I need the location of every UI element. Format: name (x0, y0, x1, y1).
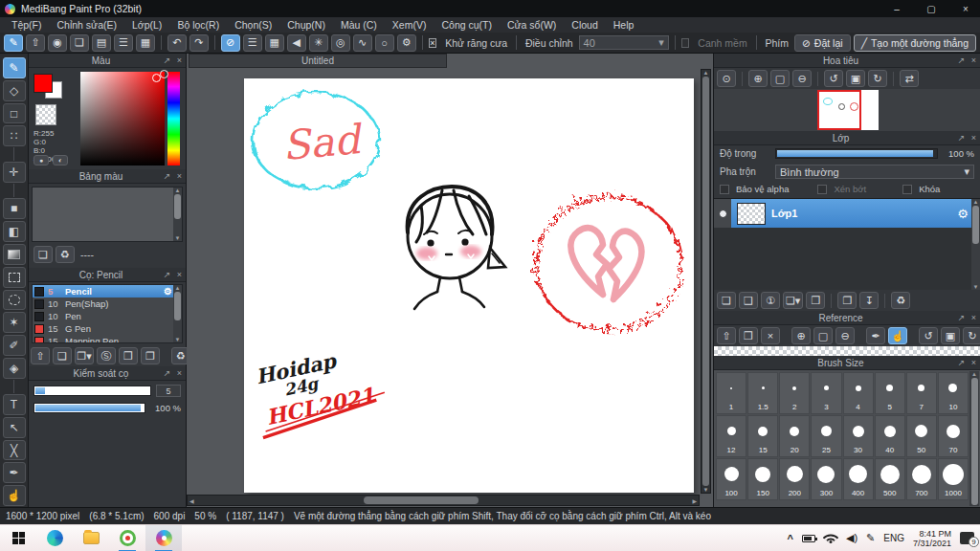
menu-item[interactable]: Chụp(N) (279, 17, 333, 33)
grid-edit-icon[interactable]: ▦ (136, 34, 155, 52)
clipping-checkbox[interactable] (817, 185, 827, 194)
snap-curve-icon[interactable]: ∿ (353, 34, 372, 52)
canvas-horizontal-scrollbar[interactable]: ◀▶ (187, 495, 700, 506)
snap-circle-icon[interactable]: ◎ (331, 34, 350, 52)
taskbar-explorer-button[interactable] (73, 525, 109, 551)
brush-size-option[interactable]: 15 (747, 415, 778, 457)
gradient-tool[interactable] (3, 244, 26, 265)
layer-settings-icon[interactable]: ⚙ (957, 207, 969, 221)
taskbar-medibang-button[interactable] (145, 525, 182, 551)
popout-icon[interactable]: ↗ (161, 270, 173, 279)
nav-rotate-ccw-icon[interactable]: ↺ (824, 70, 843, 87)
close-button[interactable]: × (951, 0, 980, 17)
layer-opacity-slider[interactable] (775, 148, 938, 159)
antialias-checkbox[interactable]: × (429, 38, 437, 48)
reset-button[interactable]: ⊘ Đặt lại (794, 34, 851, 52)
brush-size-option[interactable]: 10 (938, 372, 969, 414)
transparent-color-swatch[interactable] (35, 104, 56, 125)
taskbar-coccoc-button[interactable] (109, 525, 145, 551)
brush-item[interactable]: 15 G Pen (33, 322, 182, 335)
ref-reset-view-icon[interactable]: ▣ (941, 327, 960, 344)
brush-tool[interactable]: ✎ (3, 57, 26, 78)
layer-item[interactable]: Lớp1 ⚙ (714, 199, 980, 228)
color-mode-button[interactable]: ◐ (53, 155, 68, 165)
menu-item[interactable]: Help (606, 17, 642, 33)
ref-picker-icon[interactable]: ✒ (866, 327, 885, 344)
ref-rotate-ccw-icon[interactable]: ↺ (919, 327, 938, 344)
reference-preview[interactable] (714, 346, 980, 356)
dot-tool[interactable]: ∷ (3, 125, 26, 146)
canvas[interactable]: Sad (244, 78, 694, 493)
divide-tool[interactable]: ╳ (3, 440, 26, 461)
popout-icon[interactable]: ↗ (161, 368, 173, 378)
navigator-preview[interactable] (714, 89, 980, 131)
brush-size-option[interactable]: 200 (779, 458, 810, 500)
fill-tool[interactable]: ■ (3, 198, 26, 219)
brush-size-option[interactable]: 1 (716, 372, 746, 414)
brush-size-option[interactable]: 70 (938, 415, 969, 457)
lock-checkbox[interactable] (902, 185, 912, 194)
close-icon[interactable]: × (173, 368, 186, 378)
menu-item[interactable]: Xem(V) (385, 17, 434, 33)
brush-duplicate-icon[interactable]: ❐ (141, 347, 160, 364)
brush-list-scrollbar[interactable]: ▲▼ (173, 285, 182, 342)
snap-grid-icon[interactable]: ▦ (265, 34, 284, 52)
brush-size-option[interactable]: 700 (906, 458, 937, 500)
ref-hand-icon[interactable]: ☝ (888, 327, 907, 344)
move-tool[interactable]: ✛ (3, 162, 26, 183)
brush-size-option[interactable]: 2 (779, 372, 810, 414)
brush-cloud-icon[interactable]: ⇧ (31, 347, 50, 364)
document-icon[interactable]: ▤ (92, 34, 111, 52)
nav-zoom-out-icon[interactable]: ⊖ (792, 70, 812, 87)
undo-icon[interactable]: ↶ (167, 34, 187, 52)
brush-script-icon[interactable]: Ⓢ (97, 347, 116, 364)
text-tool[interactable]: T (3, 394, 26, 415)
brush-size-slider[interactable] (33, 386, 151, 396)
brush-item[interactable]: 10 Pen (33, 310, 182, 322)
brush-size-option[interactable]: 1.5 (747, 372, 778, 414)
popout-icon[interactable]: ↗ (161, 55, 173, 65)
hand-tool[interactable]: ☝ (3, 485, 26, 506)
brush-size-option[interactable]: 300 (811, 458, 841, 500)
close-icon[interactable]: × (968, 313, 980, 322)
lasso-tool[interactable] (3, 290, 26, 311)
ref-folder-icon[interactable]: ❒ (739, 327, 758, 344)
close-icon[interactable]: × (173, 55, 186, 65)
brush-settings-icon[interactable]: ⚙ (164, 286, 172, 297)
brush-opacity-slider[interactable] (33, 403, 145, 413)
brush-size-option[interactable]: 7 (906, 372, 937, 414)
tray-chevron-icon[interactable]: ^ (788, 533, 793, 544)
brush-size-option[interactable]: 50 (906, 415, 937, 457)
ref-zoom-out-icon[interactable]: ⊖ (835, 327, 855, 344)
layer-add-menu-icon[interactable]: ❏▾ (783, 292, 803, 309)
nav-zoom-in-icon[interactable]: ⊕ (748, 70, 768, 87)
battery-icon[interactable] (802, 535, 815, 542)
select-tool[interactable] (3, 267, 26, 288)
share-icon[interactable]: ⇧ (26, 34, 45, 52)
palette-new-icon[interactable]: ❏ (33, 246, 53, 263)
layer-blend-dropdown[interactable]: Bình thường ▾ (775, 165, 974, 179)
layer-scrollbar[interactable]: ▲▼ (971, 199, 980, 290)
foreground-color-swatch[interactable] (33, 74, 53, 93)
brush-size-option[interactable]: 40 (875, 415, 905, 457)
magic-wand-tool[interactable]: ✶ (3, 312, 26, 333)
saturation-value-picker[interactable] (80, 72, 165, 165)
brush-item[interactable]: 10 Pen(Shap) (33, 298, 182, 310)
draw-line-button[interactable]: ╱ Tạo một đường thẳng (854, 34, 976, 52)
popout-icon[interactable]: ↗ (955, 55, 968, 65)
nav-zoom-actual-icon[interactable]: ⊙ (717, 70, 736, 87)
layer-folder-icon[interactable]: ❒ (806, 292, 825, 309)
start-button[interactable] (0, 525, 36, 551)
document-tab[interactable]: Untitled (189, 54, 447, 68)
brush-size-option[interactable]: 400 (843, 458, 874, 500)
brush-size-option[interactable]: 30 (843, 415, 874, 457)
brush-size-option[interactable]: 3 (811, 372, 841, 414)
ref-zoom-in-icon[interactable]: ⊕ (791, 327, 811, 344)
palette-trash-icon[interactable]: ♻ (56, 246, 75, 263)
ref-cloud-icon[interactable]: ⇧ (717, 327, 736, 344)
brush-size-option[interactable]: 20 (779, 415, 810, 457)
popout-icon[interactable]: ↗ (161, 171, 173, 181)
alpha-protect-checkbox[interactable] (720, 185, 729, 194)
menu-item[interactable]: Màu (C) (333, 17, 385, 33)
brush-size-option[interactable]: 150 (747, 458, 778, 500)
